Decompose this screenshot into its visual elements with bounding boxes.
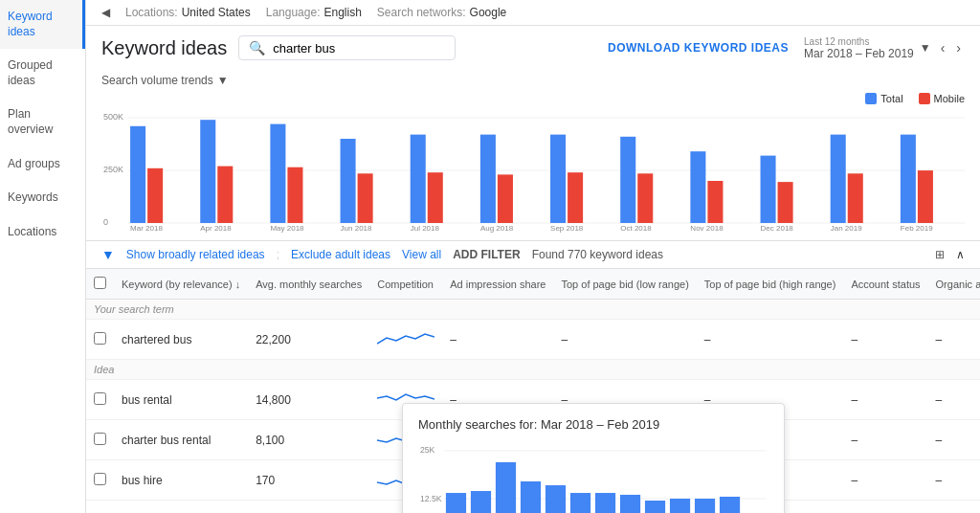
- bar-mobile-4: [428, 172, 443, 223]
- svg-text:Nov 2018: Nov 2018: [690, 224, 724, 233]
- row-checkbox[interactable]: [86, 460, 114, 501]
- row-avg-searches: 2,400: [248, 501, 369, 514]
- header-left: Keyword ideas 🔍: [101, 35, 456, 60]
- language-item: Language: English: [266, 6, 362, 19]
- col-keyword: Keyword (by relevance) ↓: [114, 269, 248, 300]
- svg-text:250K: 250K: [103, 165, 123, 174]
- svg-rect-28: [546, 485, 566, 513]
- bar-mobile-8: [707, 181, 723, 223]
- col-competition: Competition: [369, 269, 442, 300]
- chart-dropdown-icon: ▼: [217, 74, 229, 87]
- prev-arrow[interactable]: ‹: [937, 38, 949, 57]
- sidebar-item-keyword-ideas[interactable]: Keyword ideas: [0, 0, 85, 49]
- networks-item: Search networks: Google: [377, 6, 506, 19]
- row-checkbox[interactable]: [86, 420, 114, 460]
- col-avg-searches: Avg. monthly searches: [248, 269, 369, 300]
- sidebar-item-locations[interactable]: Locations: [0, 215, 85, 250]
- exclude-adult-link[interactable]: Exclude adult ideas: [291, 248, 390, 261]
- svg-text:Dec 2018: Dec 2018: [761, 224, 794, 233]
- main-content: ◀ Locations: United States Language: Eng…: [86, 0, 980, 513]
- legend-total: Total: [865, 93, 902, 104]
- col-organic-avg: Organic average position: [928, 269, 980, 300]
- bar-mobile-6: [568, 172, 583, 223]
- svg-rect-26: [496, 462, 516, 513]
- svg-text:25K: 25K: [420, 445, 435, 455]
- sidebar-item-ad-groups[interactable]: Ad groups: [0, 147, 85, 182]
- next-arrow[interactable]: ›: [952, 38, 965, 57]
- svg-text:Jan 2019: Jan 2019: [831, 224, 863, 233]
- sort-icon[interactable]: ↓: [235, 279, 241, 290]
- table-header-row: Keyword (by relevance) ↓ Avg. monthly se…: [86, 269, 980, 300]
- bar-total-11: [901, 135, 916, 223]
- legend-mobile: Mobile: [919, 93, 965, 104]
- svg-text:Aug 2018: Aug 2018: [480, 224, 514, 233]
- add-filter-button[interactable]: ADD FILTER: [453, 248, 520, 261]
- table-row: chartered bus 22,200 – – – – – 44 –: [86, 320, 980, 360]
- col-account-status: Account status: [843, 269, 927, 300]
- sidebar: Keyword ideas Grouped ideas Plan overvie…: [0, 0, 86, 513]
- svg-text:Mar 2018: Mar 2018: [130, 224, 163, 233]
- back-arrow[interactable]: ◀: [101, 6, 110, 19]
- row-checkbox[interactable]: [86, 380, 114, 420]
- top-bar: ◀ Locations: United States Language: Eng…: [86, 0, 980, 26]
- sidebar-item-grouped-ideas[interactable]: Grouped ideas: [0, 49, 85, 98]
- bar-chart: 500K 250K 0: [101, 108, 965, 233]
- svg-rect-24: [446, 493, 466, 513]
- tooltip-title: Monthly searches for: Mar 2018 – Feb 201…: [418, 417, 768, 432]
- bar-total-10: [831, 135, 846, 223]
- date-dropdown-icon[interactable]: ▼: [920, 41, 931, 55]
- svg-text:0: 0: [103, 217, 108, 227]
- svg-text:Sep 2018: Sep 2018: [550, 224, 584, 233]
- svg-rect-31: [620, 495, 640, 513]
- col-ad-impression: Ad impression share: [442, 269, 553, 300]
- svg-text:Apr 2018: Apr 2018: [200, 224, 232, 233]
- chart-title[interactable]: Search volume trends ▼: [101, 74, 965, 87]
- svg-rect-33: [670, 499, 690, 513]
- svg-rect-29: [570, 493, 590, 513]
- collapse-icon[interactable]: ∧: [956, 248, 965, 261]
- sidebar-item-keywords[interactable]: Keywords: [0, 181, 85, 215]
- download-button[interactable]: DOWNLOAD KEYWORD IDEAS: [608, 41, 789, 55]
- svg-rect-25: [471, 491, 491, 513]
- search-icon: 🔍: [249, 40, 265, 56]
- row-keyword: bus hire: [114, 460, 248, 501]
- svg-text:500K: 500K: [103, 112, 123, 122]
- chart-legend: Total Mobile: [101, 93, 965, 104]
- view-all-link[interactable]: View all: [402, 248, 441, 261]
- row-keyword: chartered bus: [114, 320, 248, 360]
- total-legend-dot: [865, 93, 877, 104]
- tooltip-chart: Monthly searches for: Mar 2018 – Feb 201…: [402, 403, 785, 513]
- svg-text:Oct 2018: Oct 2018: [620, 224, 652, 233]
- bar-total-0: [130, 126, 145, 223]
- svg-text:12.5K: 12.5K: [420, 494, 442, 503]
- tooltip-chart-area: 25K 12.5K 0: [418, 441, 768, 513]
- bar-mobile-7: [637, 173, 653, 223]
- col-top-bid-high: Top of page bid (high range): [697, 269, 844, 300]
- row-competition: [369, 320, 442, 360]
- bar-total-8: [690, 151, 705, 223]
- filter-bar: ▼ Show broadly related ideas ; Exclude a…: [86, 240, 980, 269]
- sidebar-item-plan-overview[interactable]: Plan overview: [0, 98, 85, 146]
- svg-rect-34: [695, 499, 715, 513]
- svg-rect-27: [521, 481, 541, 513]
- bar-total-4: [411, 135, 426, 223]
- date-nav: ‹ ›: [937, 38, 965, 57]
- bar-total-7: [620, 137, 635, 223]
- row-keyword: tour bus rental: [114, 501, 248, 514]
- svg-rect-30: [595, 493, 615, 513]
- svg-rect-35: [720, 497, 740, 513]
- row-checkbox[interactable]: [86, 320, 114, 360]
- row-avg-searches: 22,200: [248, 320, 369, 360]
- show-related-link[interactable]: Show broadly related ideas: [126, 248, 265, 261]
- bar-mobile-1: [217, 167, 233, 223]
- columns-icon[interactable]: ⊞: [935, 248, 945, 261]
- row-avg-searches: 8,100: [248, 420, 369, 460]
- search-input[interactable]: [273, 41, 445, 56]
- svg-text:Jun 2018: Jun 2018: [341, 224, 373, 233]
- bar-mobile-2: [287, 167, 302, 223]
- row-checkbox[interactable]: [86, 501, 114, 514]
- header: Keyword ideas 🔍 DOWNLOAD KEYWORD IDEAS L…: [86, 26, 980, 66]
- select-all-header[interactable]: [86, 269, 114, 300]
- page-title: Keyword ideas: [101, 37, 227, 59]
- search-box[interactable]: 🔍: [238, 35, 456, 60]
